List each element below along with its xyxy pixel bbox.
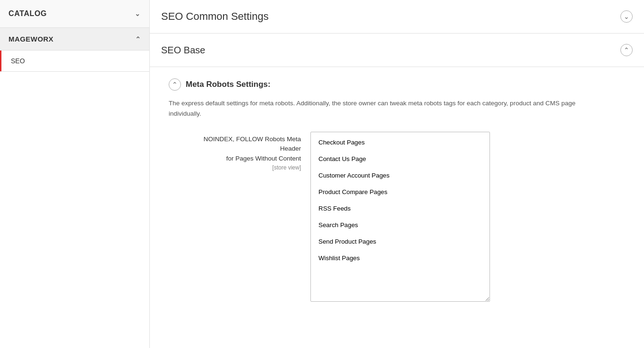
sidebar-catalog-section: CATALOG ⌄ — [0, 0, 149, 28]
seo-base-collapse-button[interactable]: ⌃ — [620, 44, 633, 56]
seo-common-settings-title: SEO Common Settings — [161, 10, 268, 23]
sidebar-catalog-label: CATALOG — [9, 9, 47, 18]
seo-base-section: SEO Base ⌃ — [150, 34, 644, 67]
seo-common-settings-section: SEO Common Settings ⌄ — [150, 0, 644, 34]
circle-up-icon: ⌃ — [624, 46, 629, 54]
seo-common-collapse-button[interactable]: ⌄ — [620, 10, 633, 23]
meta-robots-title: Meta Robots Settings: — [186, 80, 270, 89]
chevron-down-icon: ⌄ — [135, 10, 141, 17]
store-view-label: [store view] — [169, 163, 301, 172]
meta-robots-description: The express default settings for meta ro… — [169, 98, 594, 119]
sidebar-mageworx-label: MAGEWORX — [9, 35, 53, 43]
circle-up-icon-small: ⌃ — [172, 81, 178, 88]
noindex-field-row: NOINDEX, FOLLOW Robots Meta Header for P… — [169, 132, 625, 302]
main-content: SEO Common Settings ⌄ SEO Base ⌃ ⌃ Meta … — [150, 0, 644, 348]
sidebar-mageworx-header[interactable]: MAGEWORX ⌃ — [0, 28, 149, 51]
sidebar-catalog-header[interactable]: CATALOG ⌄ — [0, 0, 149, 27]
noindex-field-label: NOINDEX, FOLLOW Robots Meta Header for P… — [169, 132, 301, 172]
meta-robots-title-row: ⌃ Meta Robots Settings: — [169, 78, 625, 91]
meta-robots-section: ⌃ Meta Robots Settings: The express defa… — [150, 67, 644, 313]
circle-down-icon: ⌄ — [624, 13, 629, 20]
noindex-label-line1: NOINDEX, FOLLOW Robots Meta — [204, 136, 301, 143]
noindex-label-line3: for Pages Without Content — [226, 155, 301, 162]
meta-robots-collapse-button[interactable]: ⌃ — [169, 78, 181, 91]
chevron-up-icon: ⌃ — [135, 35, 141, 43]
pages-select[interactable]: Checkout PagesContact Us PageCustomer Ac… — [310, 132, 490, 302]
sidebar-mageworx-section: MAGEWORX ⌃ SEO — [0, 28, 149, 72]
seo-base-title: SEO Base — [161, 45, 205, 56]
sidebar-seo-label: SEO — [11, 57, 25, 65]
sidebar: CATALOG ⌄ MAGEWORX ⌃ SEO — [0, 0, 150, 348]
noindex-label-line2: Header — [280, 145, 301, 152]
sidebar-item-seo[interactable]: SEO — [0, 51, 149, 71]
